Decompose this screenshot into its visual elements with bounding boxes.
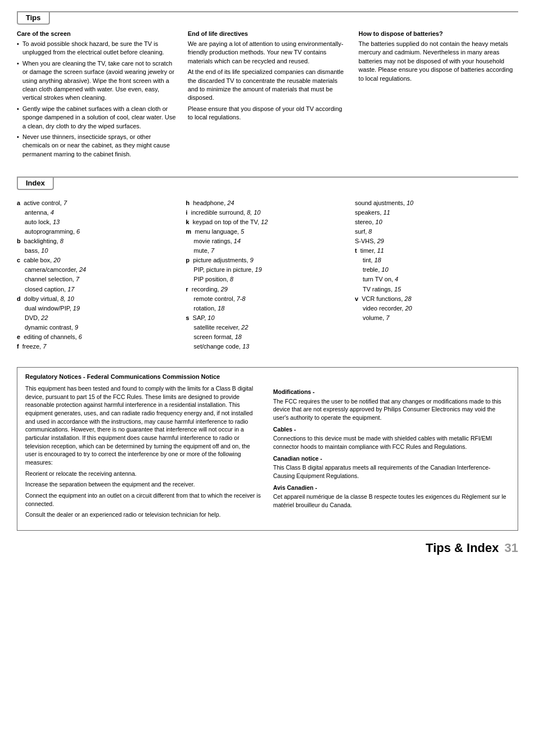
index-dualwindow: dual window/PIP, 19 — [17, 304, 180, 313]
index-tab: Index — [17, 178, 54, 190]
index-screenformat: screen format, 18 — [186, 332, 349, 342]
regulatory-measure-3: Connect the equipment into an outlet on … — [25, 491, 262, 508]
care-list: To avoid possible shock hazard, be sure … — [17, 40, 177, 159]
tips-tab: Tips — [17, 12, 50, 25]
index-channel: channel selection, 7 — [17, 275, 180, 284]
index-dvd: DVD, 22 — [17, 313, 180, 323]
index-r: r recording, 29 — [186, 285, 349, 294]
index-c: c cable box, 20 — [17, 256, 180, 265]
reg-avis-text: Cet appareil numérique de la classe B re… — [273, 493, 510, 509]
batteries-text: The batteries supplied do not contain th… — [358, 40, 518, 83]
index-section: Index a active control, 7 antenna, 4 aut… — [17, 177, 518, 357]
index-sound: sound ajustments, 10 — [355, 198, 518, 208]
index-tvon: turn TV on, 4 — [355, 275, 518, 284]
index-setcode: set/change code, 13 — [186, 342, 349, 351]
index-k: k keypad on top of the TV, 12 — [186, 217, 349, 227]
index-i: i incredible surround, 8, 10 — [186, 208, 349, 217]
eol-para-1: We are paying a lot of attention to usin… — [188, 40, 348, 66]
index-svhs: S-VHS, 29 — [355, 236, 518, 246]
care-item-3: Gently wipe the cabinet surfaces with a … — [17, 105, 177, 131]
index-a: a active control, 7 — [17, 198, 180, 208]
index-speakers: speakers, 11 — [355, 208, 518, 217]
index-col-1: a active control, 7 antenna, 4 auto lock… — [17, 198, 180, 351]
index-col-3: sound ajustments, 10 speakers, 11 stereo… — [355, 198, 518, 351]
index-v: v VCR functions, 28 — [355, 294, 518, 304]
tips-section: Tips Care of the screen To avoid possibl… — [17, 11, 518, 166]
index-content: a active control, 7 antenna, 4 auto lock… — [17, 196, 518, 357]
index-rotation: rotation, 18 — [186, 304, 349, 313]
care-heading: Care of the screen — [17, 30, 177, 37]
index-s: s SAP, 10 — [186, 313, 349, 323]
index-camera: camera/camcorder, 24 — [17, 265, 180, 275]
regulatory-content: This equipment has been tested and found… — [25, 384, 510, 525]
index-surf: surf, 8 — [355, 227, 518, 236]
index-antenna: antenna, 4 — [17, 208, 180, 217]
regulatory-main-text: This equipment has been tested and found… — [25, 384, 262, 467]
index-p: p picture adjustments, 9 — [186, 256, 349, 265]
tips-care-col: Care of the screen To avoid possible sho… — [17, 30, 177, 161]
reg-cables-heading: Cables - — [273, 425, 510, 434]
regulatory-col-1: This equipment has been tested and found… — [25, 384, 262, 522]
index-tint: tint, 18 — [355, 256, 518, 265]
regulatory-col-2: Modifications - The FCC requires the use… — [273, 384, 510, 522]
regulatory-measure-4: Consult the dealer or an experienced rad… — [25, 511, 262, 519]
eol-para-2: At the end of its life specialized compa… — [188, 68, 348, 103]
batteries-heading: How to dispose of batteries? — [358, 30, 518, 37]
regulatory-heading: Regulatory Notices - Federal Communicati… — [25, 373, 510, 380]
index-b: b backlighting, 8 — [17, 236, 180, 246]
page-footer: Tips & Index 31 — [17, 541, 518, 555]
index-t: t timer, 11 — [355, 246, 518, 256]
index-closedcaption: closed caption, 17 — [17, 285, 180, 294]
reg-cables-text: Connections to this device must be made … — [273, 434, 510, 451]
index-f: f freeze, 7 — [17, 342, 180, 351]
regulatory-measure-1: Reorient or relocate the receiving anten… — [25, 470, 262, 478]
index-autolock: auto lock, 13 — [17, 217, 180, 227]
index-col-2: h headphone, 24 i incredible surround, 8… — [186, 198, 349, 351]
index-tvratings: TV ratings, 15 — [355, 285, 518, 294]
index-mute: mute, 7 — [186, 246, 349, 256]
footer-title: Tips & Index — [426, 541, 499, 555]
index-pip: PIP, picture in picture, 19 — [186, 265, 349, 275]
index-d: d dolby virtual, 8, 10 — [17, 294, 180, 304]
index-pippos: PIP position, 8 — [186, 275, 349, 284]
footer-page-number: 31 — [505, 541, 518, 555]
eol-para-3: Please ensure that you dispose of your o… — [188, 105, 348, 122]
index-bass: bass, 10 — [17, 246, 180, 256]
regulatory-measure-2: Increase the separation between the equi… — [25, 480, 262, 489]
tips-batteries-col: How to dispose of batteries? The batteri… — [358, 30, 518, 161]
reg-avis-heading: Avis Canadien - — [273, 484, 510, 492]
tips-content: Care of the screen To avoid possible sho… — [17, 30, 518, 166]
care-item-4: Never use thinners, insecticide sprays, … — [17, 133, 177, 159]
reg-modifications-heading: Modifications - — [273, 388, 510, 396]
index-movieratings: movie ratings, 14 — [186, 236, 349, 246]
reg-canadian-text: This Class B digital apparatus meets all… — [273, 463, 510, 480]
index-treble: treble, 10 — [355, 265, 518, 275]
index-stereo: stereo, 10 — [355, 217, 518, 227]
care-item-1: To avoid possible shock hazard, be sure … — [17, 40, 177, 57]
index-autoprog: autoprogramming, 6 — [17, 227, 180, 236]
tips-eol-col: End of life directives We are paying a l… — [188, 30, 348, 161]
index-volume: volume, 7 — [355, 313, 518, 323]
eol-heading: End of life directives — [188, 30, 348, 37]
reg-modifications-text: The FCC requires the user to be notified… — [273, 397, 510, 422]
index-m: m menu language, 5 — [186, 227, 349, 236]
index-videorecorder: video recorder, 20 — [355, 304, 518, 313]
index-satellite: satellite receiver, 22 — [186, 323, 349, 332]
index-h: h headphone, 24 — [186, 198, 349, 208]
index-e: e editing of channels, 6 — [17, 332, 180, 342]
regulatory-section: Regulatory Notices - Federal Communicati… — [17, 367, 518, 531]
index-dyncontrast: dynamic contrast, 9 — [17, 323, 180, 332]
index-remote: remote control, 7-8 — [186, 294, 349, 304]
reg-canadian-heading: Canadian notice - — [273, 454, 510, 463]
care-item-2: When you are cleaning the TV, take care … — [17, 59, 177, 103]
